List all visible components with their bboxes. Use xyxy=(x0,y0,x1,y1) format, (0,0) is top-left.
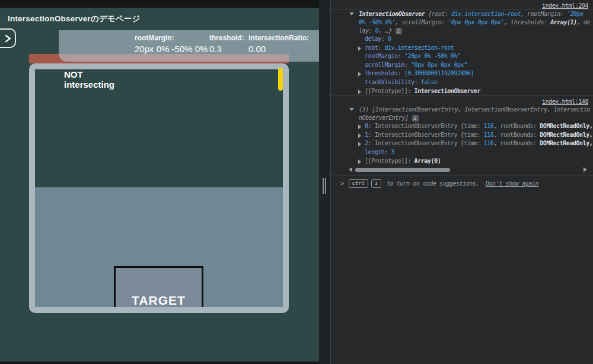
console-text-segment: : xyxy=(398,70,404,76)
console-text-segment: {root: xyxy=(428,11,451,17)
console-text-segment: 0 xyxy=(388,36,391,42)
console-text-segment: root xyxy=(365,44,378,51)
console-text-segment: 116 xyxy=(484,123,494,129)
console-tree-row: [[Prototype]]: Array(0) xyxy=(331,157,593,166)
console-object-preview-line: lay: 0, …}i xyxy=(331,27,593,35)
rootmargin-value: 20px 0% -50% 0% xyxy=(135,44,208,54)
console-text-segment: : IntersectionObserverEntry {time: xyxy=(368,123,484,129)
console-text-segment: , rootBounds: xyxy=(493,140,540,146)
scroll-left-icon[interactable] xyxy=(349,167,352,172)
console-text-segment: [[Prototype]]: xyxy=(365,88,415,94)
page-title: IntersectionObserverのデモページ xyxy=(8,14,141,24)
console-text-segment: 0% -50% 0%' xyxy=(359,19,395,25)
intersection-root-box[interactable]: TARGET xyxy=(29,63,289,313)
console-text-segment: Array(0) xyxy=(415,158,441,164)
expand-arrow-icon[interactable] xyxy=(358,124,361,129)
console-text-segment: DOMRectReadOnly, xyxy=(540,140,592,146)
console-text-segment: , scrollMargin: xyxy=(395,19,448,25)
console-prompt[interactable]: > ctrl i to turn on code suggestions. Do… xyxy=(331,175,593,188)
rootmargin-label: rootMargin: xyxy=(135,34,208,42)
console-tree-row: thresholds: [0.30000001192092896] xyxy=(331,69,593,78)
console-text-segment: : xyxy=(398,53,404,59)
console-text-segment: : xyxy=(415,79,421,85)
i-key-badge: i xyxy=(371,179,381,188)
console-object-preview-line: nObserverEntry]i xyxy=(331,114,593,122)
vertical-scrollbar-thumb[interactable] xyxy=(278,68,283,91)
console-text-segment: div.intersection-root xyxy=(384,44,454,51)
target-label: TARGET xyxy=(132,293,186,308)
console-text-segment: nObserverEntry] xyxy=(359,114,409,121)
console-text-segment: div.intersection-root xyxy=(451,11,521,17)
devtools-splitter[interactable] xyxy=(319,0,330,364)
console-text-segment: rootMargin xyxy=(365,53,398,59)
target-box: TARGET xyxy=(114,266,203,313)
source-link[interactable]: index.html:204 xyxy=(542,2,588,9)
dont-show-again-link[interactable]: Don't show again xyxy=(486,180,538,187)
console-text-segment: , …} xyxy=(378,27,391,34)
console-tree-row: rootMargin: "20px 0% -50% 0%" xyxy=(331,52,593,61)
horizontal-scrollbar xyxy=(331,165,593,174)
intersection-ratio-label: intersectionRatio: xyxy=(248,34,309,42)
console-text-segment: DOMRectReadOnly, xyxy=(540,132,592,138)
console-text-segment: [[Prototype]]: xyxy=(365,158,415,164)
collapse-arrow-icon[interactable] xyxy=(349,12,354,15)
browser-pane: IntersectionObserverのデモページ NOT intersect… xyxy=(0,0,319,364)
code-suggestions-hint: to turn on code suggestions. xyxy=(387,180,479,187)
console-text-segment: delay xyxy=(365,36,381,42)
console-text-segment: lay: xyxy=(359,27,375,34)
scroll-right-icon[interactable] xyxy=(584,167,587,172)
status-panel: NOT intersecting rootMargin: 20px 0% -50… xyxy=(59,30,319,62)
expand-arrow-icon[interactable] xyxy=(358,159,361,164)
ctrl-key-badge: ctrl xyxy=(349,179,368,188)
expand-arrow-icon[interactable] xyxy=(358,142,361,146)
status-field-intersection-ratio: intersectionRatio: 0.00 xyxy=(248,34,309,54)
source-link[interactable]: index.html:148 xyxy=(542,98,588,105)
intersection-ratio-value: 0.00 xyxy=(248,44,309,54)
console-text-segment: trackVisibility xyxy=(365,79,415,85)
info-icon[interactable]: i xyxy=(396,28,402,34)
console-text-segment: , thresholds: xyxy=(504,19,550,25)
console-message-header: index.html:148 xyxy=(331,96,593,106)
console-text-segment: [0.30000001192092896] xyxy=(404,70,474,76)
console-text-segment: Array(1) xyxy=(550,19,577,25)
console-tree-row: scrollMargin: "0px 0px 0px 0px" xyxy=(331,61,593,70)
console-text-segment: , de xyxy=(577,19,590,25)
status-field-rootmargin: rootMargin: 20px 0% -50% 0% xyxy=(135,34,208,54)
console-text-segment: scrollMargin xyxy=(365,62,404,68)
console-tree-row: trackVisibility: false xyxy=(331,78,593,87)
console-text-segment: : xyxy=(404,62,411,68)
console-text-segment: '0px 0px 0px 0px' xyxy=(448,19,504,25)
console-tree-row: 0: IntersectionObserverEntry {time: 116,… xyxy=(331,122,593,131)
console-tree-row: 1: IntersectionObserverEntry {time: 116,… xyxy=(331,131,593,140)
console-messages: index.html:204IntersectionObserver {root… xyxy=(331,0,593,174)
drawer-toggle-button[interactable] xyxy=(0,28,16,48)
screenshot-root: IntersectionObserverのデモページ NOT intersect… xyxy=(0,0,593,364)
prompt-chevron-icon: > xyxy=(340,180,344,187)
collapse-arrow-icon[interactable] xyxy=(349,108,354,111)
info-icon[interactable]: i xyxy=(412,115,419,122)
console-tree-row: root: div.intersection-root xyxy=(331,44,593,53)
horizontal-scrollbar-thumb[interactable] xyxy=(355,168,450,172)
expand-arrow-icon[interactable] xyxy=(358,90,361,94)
console-text-segment: IntersectionObserver xyxy=(415,88,480,94)
threshold-value: 0.3 xyxy=(209,44,244,54)
console-tree-row: delay: 0 xyxy=(331,35,593,44)
console-text-segment: thresholds xyxy=(365,70,398,76)
console-text-segment: : xyxy=(384,149,391,155)
drag-handle-icon[interactable] xyxy=(323,178,326,194)
console-text-segment: length xyxy=(365,149,384,155)
console-text-segment: : xyxy=(378,44,384,51)
console-text-segment: IntersectionObserver xyxy=(359,11,428,17)
expand-arrow-icon[interactable] xyxy=(358,133,361,138)
console-object-preview-line: (3) [IntersectionObserverEntry, Intersec… xyxy=(331,106,593,114)
console-text-segment: "0px 0px 0px 0px" xyxy=(411,62,467,68)
devtools-console: index.html:204IntersectionObserver {root… xyxy=(330,0,593,364)
console-text-segment: : xyxy=(381,36,388,42)
expand-arrow-icon[interactable] xyxy=(358,46,361,51)
console-text-segment: 116 xyxy=(484,132,494,138)
console-tree-row: 2: IntersectionObserverEntry {time: 116,… xyxy=(331,139,593,148)
expand-arrow-icon[interactable] xyxy=(358,72,361,76)
threshold-label: threshold: xyxy=(209,34,244,42)
console-text-segment: , rootMargin: xyxy=(521,11,567,17)
console-tree-row: length: 3 xyxy=(331,148,593,157)
